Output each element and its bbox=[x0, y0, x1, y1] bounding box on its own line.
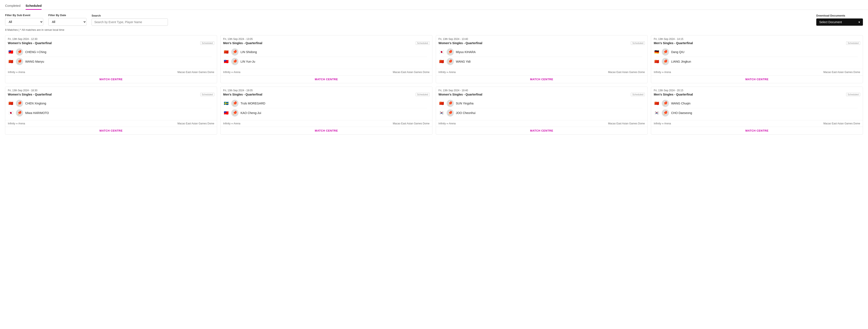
search-label: Search bbox=[92, 14, 168, 17]
player-row: 🇨🇳 🏓 CHEN Xingtong bbox=[8, 99, 214, 108]
scheduled-badge: Scheduled bbox=[200, 93, 214, 96]
venue-left: Infinity ∞ Arena bbox=[8, 122, 25, 125]
match-event-name: Women's Singles - Quarterfinal bbox=[8, 42, 52, 45]
venue-left: Infinity ∞ Arena bbox=[223, 71, 240, 74]
download-label: Download Documents bbox=[816, 14, 863, 17]
match-venue: Infinity ∞ Arena Macao East Asian Games … bbox=[221, 69, 432, 75]
match-centre-button[interactable]: MATCH CENTRE bbox=[436, 127, 648, 134]
match-centre-button[interactable]: MATCH CENTRE bbox=[221, 127, 432, 134]
scheduled-badge: Scheduled bbox=[200, 42, 214, 45]
sub-event-select[interactable]: All bbox=[5, 18, 43, 26]
player-name: CHO Daeseong bbox=[671, 111, 692, 115]
player-name: CHENG I-Ching bbox=[25, 50, 46, 54]
player-flag: 🇨🇳 bbox=[223, 49, 229, 55]
player-avatar: 🏓 bbox=[16, 100, 23, 107]
download-filter: Download Documents Select Document ▾ bbox=[816, 14, 863, 26]
match-venue: Infinity ∞ Arena Macao East Asian Games … bbox=[221, 120, 432, 127]
venue-right: Macao East Asian Games Dome bbox=[824, 71, 860, 74]
player-name: JOO Cheonhui bbox=[456, 111, 476, 115]
venue-left: Infinity ∞ Arena bbox=[223, 122, 240, 125]
player-name: Miyuu KIHARA bbox=[456, 50, 476, 54]
match-players: 🇨🇳 🏓 CHEN Xingtong 🇯🇵 🏓 Miwa HARIMOTO bbox=[5, 97, 217, 119]
player-name: CHEN Xingtong bbox=[25, 102, 46, 105]
scheduled-badge: Scheduled bbox=[416, 42, 430, 45]
match-event-name: Women's Singles - Quarterfinal bbox=[8, 93, 52, 96]
match-datetime: Fri, 13th Sep 2024 - 13:40 bbox=[439, 37, 645, 40]
match-datetime: Fri, 13th Sep 2024 - 18:30 bbox=[8, 89, 214, 92]
match-centre-button[interactable]: MATCH CENTRE bbox=[5, 127, 217, 134]
scheduled-badge: Scheduled bbox=[846, 42, 860, 45]
player-flag: 🇨🇳 bbox=[439, 101, 444, 106]
match-centre-button[interactable]: MATCH CENTRE bbox=[5, 75, 217, 83]
player-avatar: 🏓 bbox=[662, 100, 669, 107]
player-avatar: 🏓 bbox=[446, 109, 454, 116]
player-flag: 🇰🇷 bbox=[439, 110, 444, 116]
venue-left: Infinity ∞ Arena bbox=[654, 71, 671, 74]
match-event-name: Women's Singles - Quarterfinal bbox=[439, 93, 483, 96]
download-select[interactable]: Select Document ▾ bbox=[816, 19, 863, 26]
search-filter: Search bbox=[92, 14, 168, 26]
match-event-name: Women's Singles - Quarterfinal bbox=[439, 42, 483, 45]
matches-info: 8 Matches | * All matches are in venue l… bbox=[0, 27, 868, 33]
player-row: 🇩🇪 🏓 Dang QIU bbox=[654, 47, 860, 57]
match-header: Fri, 13th Sep 2024 - 13:05 Men's Singles… bbox=[221, 35, 432, 46]
scheduled-badge: Scheduled bbox=[631, 42, 645, 45]
player-flag: 🇸🇪 bbox=[223, 101, 229, 106]
player-row: 🇨🇳 🏓 LIN Shidong bbox=[223, 47, 430, 57]
match-event-name: Men's Singles - Quarterfinal bbox=[223, 42, 262, 45]
player-name: WANG Yidi bbox=[456, 60, 471, 63]
match-players: 🇨🇳 🏓 SUN Yingsha 🇰🇷 🏓 JOO Cheonhui bbox=[436, 97, 648, 119]
match-event-name: Men's Singles - Quarterfinal bbox=[654, 42, 693, 45]
match-players: 🇨🇳 🏓 WANG Chuqin 🇰🇷 🏓 CHO Daeseong bbox=[651, 97, 863, 119]
match-card: Fri, 13th Sep 2024 - 12:30 Women's Singl… bbox=[5, 35, 217, 83]
match-players: 🇸🇪 🏓 Truls MOREGARD 🇹🇼 🏓 KAO Cheng-Jui bbox=[221, 97, 432, 119]
match-card: Fri, 13th Sep 2024 - 13:05 Men's Singles… bbox=[220, 35, 432, 83]
tabs-container: Completed Scheduled bbox=[0, 0, 868, 10]
player-row: 🇸🇪 🏓 Truls MOREGARD bbox=[223, 99, 430, 108]
match-centre-button[interactable]: MATCH CENTRE bbox=[436, 75, 648, 83]
player-flag: 🇨🇳 bbox=[654, 101, 660, 106]
search-input[interactable] bbox=[92, 19, 168, 26]
date-label: Filter By Date bbox=[48, 13, 87, 17]
player-row: 🇨🇳 🏓 LIANG Jingkun bbox=[654, 57, 860, 66]
match-centre-button[interactable]: MATCH CENTRE bbox=[221, 75, 432, 83]
venue-left: Infinity ∞ Arena bbox=[8, 71, 25, 74]
match-card: Fri, 13th Sep 2024 - 20:15 Men's Singles… bbox=[651, 87, 863, 135]
venue-right: Macao East Asian Games Dome bbox=[178, 122, 214, 125]
match-card: Fri, 13th Sep 2024 - 19:05 Men's Singles… bbox=[220, 87, 432, 135]
tab-scheduled[interactable]: Scheduled bbox=[26, 4, 42, 9]
player-avatar: 🏓 bbox=[446, 48, 454, 56]
player-row: 🇨🇳 🏓 SUN Yingsha bbox=[439, 99, 645, 108]
player-flag: 🇹🇼 bbox=[223, 110, 229, 116]
match-datetime: Fri, 13th Sep 2024 - 20:15 bbox=[654, 89, 860, 92]
date-filter: Filter By Date All bbox=[48, 13, 87, 26]
player-avatar: 🏓 bbox=[16, 109, 23, 116]
match-venue: Infinity ∞ Arena Macao East Asian Games … bbox=[651, 69, 863, 75]
match-players: 🇨🇳 🏓 LIN Shidong 🇹🇼 🏓 LIN Yun-Ju bbox=[221, 46, 432, 68]
player-name: WANG Manyu bbox=[25, 60, 44, 63]
match-datetime: Fri, 13th Sep 2024 - 19:05 bbox=[223, 89, 430, 92]
player-row: 🇰🇷 🏓 JOO Cheonhui bbox=[439, 108, 645, 117]
player-flag: 🇹🇼 bbox=[223, 59, 229, 64]
venue-right: Macao East Asian Games Dome bbox=[393, 71, 429, 74]
player-row: 🇨🇳 🏓 WANG Chuqin bbox=[654, 99, 860, 108]
match-centre-button[interactable]: MATCH CENTRE bbox=[651, 127, 863, 134]
player-row: 🇹🇼 🏓 KAO Cheng-Jui bbox=[223, 108, 430, 117]
player-avatar: 🏓 bbox=[231, 48, 239, 56]
match-datetime: Fri, 13th Sep 2024 - 12:30 bbox=[8, 37, 214, 40]
player-name: Truls MOREGARD bbox=[241, 102, 266, 105]
player-flag: 🇹🇼 bbox=[8, 49, 14, 55]
tab-completed[interactable]: Completed bbox=[5, 4, 21, 9]
player-avatar: 🏓 bbox=[231, 109, 239, 116]
player-row: 🇹🇼 🏓 CHENG I-Ching bbox=[8, 47, 214, 57]
player-name: WANG Chuqin bbox=[671, 102, 690, 105]
match-players: 🇩🇪 🏓 Dang QIU 🇨🇳 🏓 LIANG Jingkun bbox=[651, 46, 863, 68]
scheduled-badge: Scheduled bbox=[416, 93, 430, 96]
match-venue: Infinity ∞ Arena Macao East Asian Games … bbox=[436, 120, 648, 127]
player-avatar: 🏓 bbox=[662, 58, 669, 65]
match-venue: Infinity ∞ Arena Macao East Asian Games … bbox=[651, 120, 863, 127]
match-centre-button[interactable]: MATCH CENTRE bbox=[651, 75, 863, 83]
filters-bar: Filter By Sub Event All Filter By Date A… bbox=[0, 10, 868, 27]
venue-right: Macao East Asian Games Dome bbox=[824, 122, 860, 125]
date-select[interactable]: All bbox=[48, 18, 87, 26]
